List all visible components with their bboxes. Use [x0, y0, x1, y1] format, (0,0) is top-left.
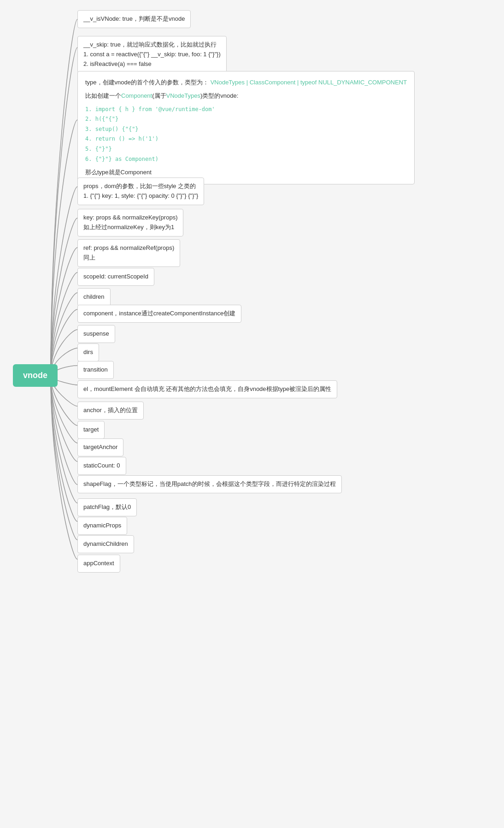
branch-scopeid: scopeId: currentScopeId [77, 268, 154, 286]
branch-dirs: dirs [77, 343, 99, 361]
branch-component: component，instance通过createComponentInsta… [77, 305, 241, 323]
branch-shapeflag: shapeFlag，一个类型标记，当使用patch的时候，会根据这个类型字段，而… [77, 475, 342, 493]
branch-dynamicprops: dynamicProps [77, 517, 127, 535]
branch-v-skip-text: __v_skip: true，就过响应式数据化，比如就过执行 1. const … [83, 41, 221, 67]
branch-ref: ref: props && normalizeRef(props) 同上 [77, 239, 180, 267]
mind-map: vnode __v_isVNode: true，判断是不是vnode __v_s… [0, 0, 504, 828]
branch-children-text: children [83, 293, 105, 300]
branch-v-isvnode: __v_isVNode: true，判断是不是vnode [77, 10, 191, 28]
branch-appcontext: appContext [77, 555, 120, 573]
branch-suspense: suspense [77, 325, 115, 343]
branch-type: type，创建vnode的首个传入的参数，类型为： VNodeTypes | C… [77, 71, 415, 184]
branch-el: el，mountElement 会自动填充 还有其他的方法也会填充，自身vnod… [77, 380, 337, 398]
branch-target: target [77, 421, 105, 439]
branch-transition: transition [77, 361, 114, 379]
branch-children: children [77, 288, 111, 306]
branch-type-header: type，创建vnode的首个传入的参数，类型为： VNodeTypes | C… [85, 78, 407, 88]
branch-anchor: anchor，插入的位置 [77, 402, 144, 420]
branch-type-footer: 那么type就是Component [85, 168, 407, 177]
branch-key: key: props && normalizeKey(props) 如上经过no… [77, 209, 183, 237]
branch-patchflag: patchFlag，默认0 [77, 498, 137, 516]
center-node-vnode: vnode [13, 364, 58, 387]
branch-targetanchor: targetAnchor [77, 438, 123, 456]
branch-v-skip: __v_skip: true，就过响应式数据化，比如就过执行 1. const … [77, 36, 227, 73]
center-node-label: vnode [23, 371, 47, 380]
branch-dynamicchildren: dynamicChildren [77, 535, 134, 553]
branch-scopeid-text: scopeId: currentScopeId [83, 273, 148, 280]
branch-props: props，dom的参数，比如一些style 之类的 1. {"{"} key:… [77, 177, 204, 205]
branch-staticcount: staticCount: 0 [77, 457, 126, 475]
branch-type-subheader: 比如创建一个Component(属于VNodeTypes)类型的vnode: [85, 91, 407, 101]
branch-v-isvnode-text: __v_isVNode: true，判断是不是vnode [83, 15, 185, 22]
branch-type-code: 1. import { h } from '@vue/runtime-dom' … [85, 105, 407, 165]
